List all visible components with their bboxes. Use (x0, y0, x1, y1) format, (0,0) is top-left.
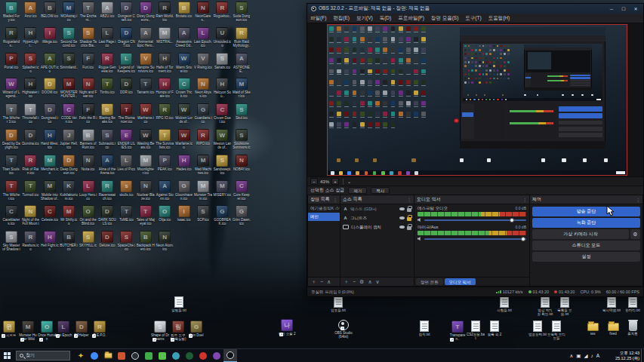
menu-item-6[interactable]: 도구(T) (465, 15, 481, 22)
desktop-icon[interactable]: GGuardians.ico (194, 103, 212, 124)
desktop-icon[interactable]: JJupiter Hell.ico (60, 129, 78, 149)
desktop-icon[interactable]: MMISERY.ico (213, 180, 231, 197)
desktop-icon[interactable]: WWarm Snow.ico (175, 53, 193, 73)
desktop-icon[interactable]: NNuclear Blaze.ico (137, 180, 155, 201)
menu-item-3[interactable]: 독(D) (380, 15, 392, 22)
desktop-icon[interactable]: BBUTCHER.ico (60, 231, 78, 251)
desktop-icon[interactable]: RRawbots.ico (21, 231, 39, 251)
desktop-shortcut-app[interactable]: D↗D2Helper (72, 321, 91, 337)
control-button[interactable]: 녹화 중단 (532, 218, 640, 228)
desktop-icon[interactable]: sskulls.ico (117, 180, 135, 197)
desktop-icon[interactable]: NNight of the Full Moon.ico (21, 205, 39, 225)
taskbar-app-app-red[interactable] (196, 349, 210, 362)
volume-icon[interactable]: ♪ (590, 353, 593, 358)
desktop-icon[interactable]: LLegend of Keepers.ico (117, 53, 135, 73)
desktop-icon[interactable]: HHades.ico (175, 155, 193, 171)
close-button[interactable]: ✕ (630, 5, 642, 14)
desktop-icon[interactable]: BBrotato.ico (175, 2, 193, 18)
desktop-icon[interactable]: TThe Wilcher.ico (2, 180, 20, 201)
control-button[interactable]: 가상 카메라 시작 (532, 229, 629, 239)
volume-slider-knob[interactable] (510, 218, 514, 222)
desktop-icon[interactable]: BBlazing Beaks.ico (98, 103, 116, 124)
desktop-icon[interactable]: BBackpack Hero.ico (137, 231, 155, 251)
desktop-icon[interactable]: SSky Master of Shadow.ico (2, 231, 20, 251)
desktop-shortcut-doc[interactable]: 오욕력 오디오들 (547, 321, 565, 340)
desktop-icon[interactable]: SSpaceChe.ico (117, 231, 135, 251)
desktop-icon[interactable]: IIsaac.ico (175, 205, 193, 222)
desktop-shortcut-recycle[interactable]: 휴지통 (624, 321, 642, 336)
zoom-in-button[interactable]: + (331, 178, 339, 185)
taskbar-app-app-orange-grid[interactable] (115, 349, 128, 362)
desktop-icon[interactable]: LLoop Hero.ico (79, 180, 97, 201)
desktop-icon[interactable]: TTales of Majeyal.ico (137, 205, 155, 225)
desktop-icon[interactable]: WWizard of Legend.. (2, 78, 20, 98)
desktop-shortcut-obs[interactable]: ↗OBS Studio (64bit) (334, 319, 353, 339)
desktop-icon[interactable]: MMr Shifty.ico (60, 205, 78, 225)
desktop-icon[interactable]: HHumps of Fate.ico (156, 78, 174, 98)
desktop-shortcut-app[interactable]: M↗Monster Hunter Wild (19, 321, 37, 341)
desktop-icon[interactable]: DDARK SOULS.ico (98, 205, 116, 225)
visibility-eye-icon[interactable] (399, 216, 405, 219)
desktop-icon[interactable]: RRogueboo.. (213, 2, 231, 18)
desktop-shortcut-folder[interactable]: fixed (604, 321, 622, 336)
scene-item[interactable]: 얘기용원작K 스팅 야 (308, 204, 340, 213)
scene-item[interactable]: 메인 (308, 213, 340, 221)
desktop-icon[interactable]: AABZU.ico (98, 2, 116, 18)
remove-scene-icon[interactable]: − (320, 278, 323, 286)
desktop-icon[interactable]: BBladed Fury.ico (2, 2, 20, 22)
desktop-icon[interactable]: TTimbu.ico (98, 78, 116, 94)
menu-item-5[interactable]: 장면 모음(S) (431, 15, 458, 22)
desktop-icon[interactable]: FFuri.ico (79, 53, 97, 69)
desktop-icon[interactable]: TTamarin.ico (137, 78, 155, 94)
desktop-icon[interactable]: VV Rising.ico (194, 53, 212, 69)
taskbar-clock[interactable]: 오후 12:43 25.12.25 (목) (603, 351, 639, 360)
virtual-camera-settings-icon[interactable]: ⚙ (630, 229, 640, 239)
maximize-button[interactable]: ☐ (618, 5, 630, 14)
desktop-icon[interactable]: MMerchant.ico (41, 155, 59, 175)
desktop-icon[interactable]: AAssassins Creed Od.. (175, 27, 193, 48)
desktop-icon[interactable]: FFelix the R.ico (79, 103, 97, 124)
desktop-icon[interactable]: DDead by Daylight.ico (2, 129, 20, 149)
source-properties-icon[interactable]: ⚙ (359, 278, 364, 286)
desktop-icon[interactable]: SSanabi.ico (213, 53, 231, 69)
desktop-icon[interactable]: DDicey Dungeons.. (137, 2, 155, 22)
desktop-icon[interactable]: SSCP.ico (194, 205, 212, 222)
control-button[interactable]: 스튜디오 모드 (532, 241, 640, 250)
desktop-shortcut-doc[interactable]: 한마디.txt (624, 296, 642, 312)
desktop-icon[interactable]: DDungreed.ico (41, 103, 59, 124)
desktop-icon[interactable]: WWasting Beats.ico (137, 129, 155, 149)
taskbar-app-steam[interactable] (128, 349, 142, 362)
scene-up-icon[interactable]: ∧ (327, 278, 331, 286)
dock-menu-icon[interactable]: ⋮ (522, 197, 527, 202)
add-scene-icon[interactable]: ＋ (311, 278, 316, 286)
desktop-icon[interactable]: TThe Survivalists.ico (156, 129, 174, 149)
lock-icon[interactable] (407, 226, 411, 230)
lock-icon[interactable] (407, 208, 411, 212)
desktop-icon[interactable]: SSubnautic.ico (98, 129, 116, 149)
desktop-shortcut-doc[interactable]: 목록들 모음.txt (556, 296, 574, 316)
desktop-icon[interactable]: SSplasher.ico (21, 53, 39, 73)
desktop-icon[interactable]: PPortal.ico (2, 53, 20, 69)
desktop-icon[interactable]: DDDR.ico (117, 78, 135, 94)
source-item[interactable]: A텍스트 (GDI+) (340, 204, 414, 213)
desktop-icon[interactable]: AAzur.ico (21, 2, 39, 18)
desktop-icon[interactable]: SSimmiland.. (60, 53, 78, 69)
desktop-icon[interactable]: MMoonlighter.ico (137, 155, 155, 175)
desktop-icon[interactable]: CCore Keeper.ico (233, 180, 251, 201)
desktop-icon[interactable]: TThe Riomancer.ico (117, 103, 135, 124)
desktop-icon[interactable]: RRavenswatch.ico (98, 180, 116, 201)
visibility-eye-icon[interactable] (399, 207, 405, 210)
desktop-icon[interactable]: WWeston Lands of.. (213, 129, 231, 149)
taskbar-app-obs-studio[interactable] (223, 349, 237, 362)
desktop-icon[interactable]: UUnsouled.ico (213, 27, 231, 48)
desktop-icon[interactable]: SShadow Tactics Bla.. (79, 27, 97, 48)
desktop-icon[interactable]: OOri and the Blind.ico (79, 205, 97, 225)
desktop-icon[interactable]: KKubifaktorium.ico (60, 180, 78, 201)
taskbar-app-app-teal[interactable] (169, 349, 183, 362)
desktop-shortcut-app[interactable]: O↗Once Human (38, 321, 56, 341)
desktop-icon[interactable]: SSandswept.ico (213, 155, 231, 175)
desktop-icon[interactable]: VVampire Survivors.ico (137, 53, 155, 73)
desktop-shortcut-app[interactable]: G↗Gun Duel (187, 321, 205, 337)
menu-item-7[interactable]: 도움말(H) (488, 15, 510, 22)
desktop-shortcut-app[interactable]: 윈↗윈 시프트 (0, 321, 18, 337)
